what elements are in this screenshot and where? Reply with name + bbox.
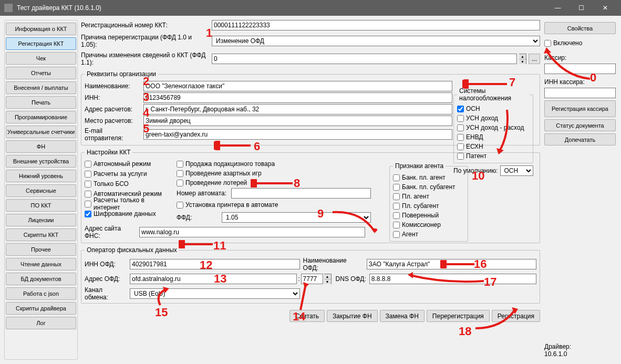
window-title: Тест драйвера ККТ (10.6.1.0)	[17, 4, 546, 12]
cashier-input[interactable]	[544, 64, 616, 74]
kkt-cb1-0[interactable]: Автономный режим	[85, 159, 171, 169]
tax-checkbox-3[interactable]: ЕНВД	[457, 132, 530, 142]
sidebar-item-14[interactable]: Скрипты ККТ	[6, 228, 76, 241]
sidebar-item-15[interactable]: Прочее	[6, 243, 76, 256]
cashier-inn-label: ИНН кассира:	[544, 78, 616, 86]
app-icon	[4, 4, 13, 12]
sidebar-item-9[interactable]: Внешние устройства	[6, 155, 76, 168]
ofd-inn-input[interactable]	[130, 259, 300, 269]
kkt-settings-fieldset: Настройки ККТ Автономный режимРасчеты за…	[81, 149, 540, 243]
main-panel: Регистрационный номер ККТ: Причина перер…	[81, 20, 540, 360]
close-button[interactable]: ✕	[593, 0, 617, 16]
cashier-inn-input[interactable]	[544, 88, 616, 98]
email-input[interactable]	[143, 129, 452, 140]
sidebar-item-20[interactable]: Лог	[6, 317, 76, 329]
agent-cb-1[interactable]: Банк. пл. субагент	[393, 182, 464, 192]
tax-legend: Системы налогообложения	[457, 87, 530, 102]
printer-install-checkbox[interactable]: Установка принтера в автомате	[177, 200, 371, 210]
props-button[interactable]: Свойства	[544, 22, 616, 34]
org-fieldset: Реквизиты организации Наименование: ИНН:…	[81, 70, 540, 145]
reg-number-input[interactable]	[212, 20, 540, 30]
ofd-port-input[interactable]	[301, 274, 323, 284]
sidebar-item-8[interactable]: ФН	[6, 140, 76, 153]
tax-checkbox-1[interactable]: УСН доход	[457, 113, 530, 123]
sidebar-item-0[interactable]: Информация о ККТ	[6, 23, 76, 35]
agent-cb-4[interactable]: Поверенный	[393, 211, 464, 220]
agent-cb-6[interactable]: Агент	[393, 230, 464, 239]
auto-num-input[interactable]	[231, 188, 371, 199]
ofd-addr-input[interactable]	[130, 274, 297, 284]
calc-addr-label: Адрес расчетов:	[85, 106, 141, 113]
sidebar-item-11[interactable]: Сервисные	[6, 184, 76, 197]
kkt-cb1-5[interactable]: Шифрование данных	[85, 209, 171, 219]
org-name-input[interactable]	[143, 81, 452, 91]
doc-status-button[interactable]: Статус документа	[544, 119, 616, 131]
calc-place-input[interactable]	[143, 116, 452, 126]
change-info-input[interactable]	[212, 54, 517, 64]
agent-fieldset: Признаки агента Банк. пл. агентБанк. пл.…	[389, 162, 468, 242]
ofd-name-input[interactable]	[367, 259, 537, 269]
sidebar-item-7[interactable]: Универсальные счетчики	[6, 126, 76, 138]
rereg-button[interactable]: Перерегистрация	[427, 310, 490, 322]
change-info-label: Причины изменения сведений о ККТ (ФФД 1.…	[81, 51, 210, 66]
maximize-button[interactable]: ☐	[570, 0, 593, 16]
kkt-cb1-2[interactable]: Только БСО	[85, 179, 171, 189]
tax-checkbox-2[interactable]: УСН доход - расход	[457, 123, 530, 132]
sidebar-item-16[interactable]: Чтение данных	[6, 258, 76, 271]
fns-label: Адрес сайта ФНС:	[85, 225, 137, 240]
reprint-button[interactable]: Допечатать	[544, 133, 616, 145]
ofd-port-spinner[interactable]: ▲▼	[324, 274, 332, 284]
sidebar-item-4[interactable]: Внесения / выплаты	[6, 81, 76, 94]
ofd-name-label: Наименование ОФД:	[303, 257, 364, 272]
auto-num-label: Номер автомата:	[177, 190, 229, 197]
sidebar-item-17[interactable]: БД документов	[6, 273, 76, 285]
kkt-cb2-2[interactable]: Проведение лотерей	[177, 178, 371, 188]
titlebar: Тест драйвера ККТ (10.6.1.0) — ☐ ✕	[0, 0, 621, 16]
driver-version: 10.6.1.0	[544, 350, 616, 358]
reg-button[interactable]: Регистрация	[492, 310, 540, 322]
ofd-inn-label: ИНН ОФД:	[85, 261, 127, 268]
minimize-button[interactable]: —	[546, 0, 570, 16]
kkt-cb2-0[interactable]: Продажа подакцизного товара	[177, 159, 371, 169]
ofd-dns-input[interactable]	[369, 274, 536, 284]
sidebar-item-6[interactable]: Программирование	[6, 111, 76, 123]
read-button[interactable]: Считать	[289, 310, 325, 322]
kkt-cb2-1[interactable]: Проведение азартных игр	[177, 169, 371, 178]
tax-checkbox-0[interactable]: ОСН	[457, 104, 530, 113]
kkt-cb1-4[interactable]: Расчеты только в интернет	[85, 199, 171, 209]
sidebar-item-19[interactable]: Скрипты драйвера	[6, 302, 76, 315]
left-sidebar: Информация о ККТРегистрация ККТЧекОтчеты…	[4, 20, 78, 360]
change-info-spinner[interactable]: ▲▼	[519, 54, 526, 64]
agent-cb-3[interactable]: Пл. субагент	[393, 201, 464, 211]
driver-label: Драйвер:	[544, 343, 616, 350]
sidebar-item-13[interactable]: Лицензии	[6, 214, 76, 226]
ffd-select[interactable]: 1.05	[222, 212, 371, 223]
fns-input[interactable]	[139, 227, 365, 237]
ofd-legend: Оператор фискальных данных	[85, 246, 179, 254]
enabled-checkbox[interactable]: Включено	[544, 38, 616, 48]
close-fn-button[interactable]: Закрытие ФН	[327, 310, 377, 322]
sidebar-item-12[interactable]: ПО ККТ	[6, 199, 76, 212]
kkt-cb1-1[interactable]: Расчеты за услуги	[85, 169, 171, 179]
change-info-browse-button[interactable]: ...	[529, 54, 540, 64]
ofd-channel-select[interactable]: USB (EoU)	[130, 288, 300, 299]
reg-cashier-button[interactable]: Регистрация кассира	[544, 100, 616, 117]
org-inn-input[interactable]	[143, 92, 452, 103]
ofd-addr-label: Адрес ОФД:	[85, 275, 127, 283]
sidebar-item-10[interactable]: Нижний уровень	[6, 170, 76, 182]
sidebar-item-1[interactable]: Регистрация ККТ	[6, 37, 76, 50]
agent-legend: Признаки агента	[393, 162, 446, 170]
cashier-label: Кассир:	[544, 54, 616, 61]
sidebar-item-3[interactable]: Отчеты	[6, 67, 76, 79]
calc-addr-input[interactable]	[143, 104, 452, 115]
agent-cb-2[interactable]: Пл. агент	[393, 192, 464, 201]
agent-cb-0[interactable]: Банк. пл. агент	[393, 173, 464, 182]
sidebar-item-2[interactable]: Чек	[6, 52, 76, 65]
ofd-channel-label: Канал обмена:	[85, 286, 127, 301]
rereg-reason-label: Причина перерегистрации (ФФД 1.0 и 1.05)…	[81, 34, 210, 48]
agent-cb-5[interactable]: Комиссионер	[393, 220, 464, 230]
sidebar-item-18[interactable]: Работа с json	[6, 287, 76, 300]
sidebar-item-5[interactable]: Печать	[6, 96, 76, 109]
rereg-reason-select[interactable]: Изменение ОФД	[212, 36, 540, 46]
replace-fn-button[interactable]: Замена ФН	[380, 310, 425, 322]
